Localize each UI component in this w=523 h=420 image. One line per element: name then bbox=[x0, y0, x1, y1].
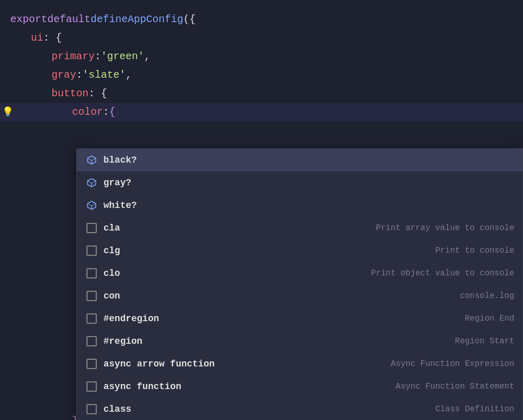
autocomplete-label-gray: gray? bbox=[103, 178, 514, 188]
autocomplete-desc-cla: Print array value to console bbox=[376, 223, 514, 233]
code-line-1: export default defineAppConfig({ bbox=[0, 10, 523, 29]
autocomplete-label-async-arrow: async arrow function bbox=[103, 359, 391, 369]
paren-open: ({ bbox=[183, 10, 196, 29]
box-icon-endregion bbox=[85, 312, 98, 325]
svg-marker-1 bbox=[88, 156, 96, 161]
cube-icon-white bbox=[85, 199, 98, 212]
prop-primary: primary bbox=[51, 47, 95, 66]
autocomplete-desc-class: Class Definition bbox=[435, 405, 514, 414]
box-icon-async-fn bbox=[85, 380, 98, 393]
prop-color: color bbox=[72, 103, 103, 121]
autocomplete-item-class[interactable]: class Class Definition bbox=[77, 398, 522, 420]
autocomplete-label-con: con bbox=[103, 291, 460, 301]
code-line-2: ui: { bbox=[0, 29, 523, 47]
brace-open: { bbox=[109, 103, 115, 121]
autocomplete-item-clo[interactable]: clo Print object value to console bbox=[77, 262, 522, 285]
autocomplete-desc-clg: Print to console bbox=[435, 246, 514, 255]
colon: : bbox=[95, 47, 101, 66]
autocomplete-label-endregion: #endregion bbox=[103, 313, 465, 324]
autocomplete-item-async-arrow[interactable]: async arrow function Async Function Expr… bbox=[77, 353, 522, 375]
code-editor: export default defineAppConfig({ ui: { p… bbox=[0, 0, 523, 420]
autocomplete-label-region: #region bbox=[103, 336, 455, 346]
lightbulb-icon: 💡 bbox=[2, 103, 13, 121]
box-icon-class bbox=[85, 402, 98, 416]
autocomplete-desc-clo: Print object value to console bbox=[371, 269, 514, 278]
colon: : bbox=[76, 66, 82, 84]
box-icon-clo bbox=[85, 267, 98, 280]
autocomplete-item-clg[interactable]: clg Print to console bbox=[77, 239, 522, 262]
autocomplete-item-endregion[interactable]: #endregion Region End bbox=[77, 307, 522, 330]
autocomplete-label-cla: cla bbox=[103, 223, 376, 233]
comma: , bbox=[144, 47, 150, 66]
autocomplete-desc-async-fn: Async Function Statement bbox=[396, 382, 514, 391]
autocomplete-item-black[interactable]: black? bbox=[77, 149, 522, 171]
box-icon-con bbox=[85, 289, 98, 303]
autocomplete-item-region[interactable]: #region Region Start bbox=[77, 330, 522, 353]
prop-button: button bbox=[51, 84, 89, 103]
autocomplete-item-con[interactable]: con console.log bbox=[77, 285, 522, 307]
string-green: 'green' bbox=[101, 47, 144, 66]
autocomplete-desc-async-arrow: Async Function Expression bbox=[391, 359, 514, 369]
autocomplete-desc-con: console.log bbox=[460, 291, 514, 301]
svg-marker-4 bbox=[88, 179, 96, 183]
keyword-export: export bbox=[10, 10, 47, 29]
autocomplete-item-cla[interactable]: cla Print array value to console bbox=[77, 217, 522, 239]
autocomplete-dropdown[interactable]: black? gray? bbox=[76, 148, 523, 420]
autocomplete-label-black: black? bbox=[103, 155, 514, 165]
colon-brace: : { bbox=[89, 84, 107, 103]
autocomplete-label-async-fn: async function bbox=[103, 381, 396, 392]
prop-gray: gray bbox=[51, 66, 76, 84]
code-line-6: 💡 color: { bbox=[0, 103, 523, 121]
code-line-4: gray: 'slate', bbox=[0, 66, 523, 84]
cube-icon-gray bbox=[85, 176, 98, 189]
autocomplete-item-gray[interactable]: gray? bbox=[77, 171, 522, 194]
box-icon-region bbox=[85, 335, 98, 348]
autocomplete-label-clg: clg bbox=[103, 246, 435, 256]
autocomplete-desc-region: Region Start bbox=[455, 337, 514, 346]
comma: , bbox=[126, 66, 132, 84]
autocomplete-label-class: class bbox=[103, 404, 435, 414]
colon-brace: : { bbox=[43, 29, 62, 47]
cube-icon-black bbox=[85, 153, 98, 167]
box-icon-clg bbox=[85, 244, 98, 257]
autocomplete-item-async-fn[interactable]: async function Async Function Statement bbox=[77, 375, 522, 398]
string-slate: 'slate' bbox=[82, 66, 126, 84]
code-line-7 bbox=[0, 121, 523, 140]
code-line-5: button: { bbox=[0, 84, 523, 103]
autocomplete-item-white[interactable]: white? bbox=[77, 194, 522, 217]
autocomplete-desc-endregion: Region End bbox=[465, 314, 514, 323]
keyword-default: default bbox=[47, 10, 91, 29]
autocomplete-label-clo: clo bbox=[103, 268, 371, 278]
fn-name: defineAppConfig bbox=[91, 10, 183, 29]
colon: : bbox=[103, 103, 109, 121]
svg-marker-7 bbox=[88, 201, 96, 206]
autocomplete-label-white: white? bbox=[103, 200, 514, 211]
code-line-3: primary: 'green', bbox=[0, 47, 523, 66]
box-icon-async-arrow bbox=[85, 357, 98, 371]
box-icon-cla bbox=[85, 221, 98, 235]
prop-ui: ui bbox=[31, 29, 43, 47]
